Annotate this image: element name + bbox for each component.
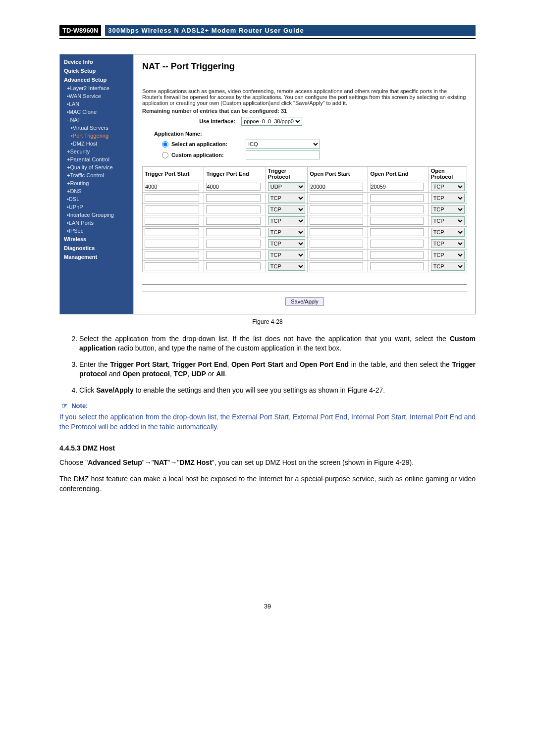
page-number: 39 bbox=[59, 603, 476, 610]
open-protocol-select[interactable]: TCP bbox=[431, 205, 465, 214]
sidebar: Device Info Quick Setup Advanced Setup +… bbox=[60, 54, 134, 314]
open-port-end-input[interactable] bbox=[370, 262, 424, 270]
open-port-start-input[interactable] bbox=[310, 217, 363, 225]
custom-application-radio[interactable] bbox=[162, 152, 168, 158]
trigger-port-start-input[interactable] bbox=[145, 240, 199, 248]
open-port-start-input[interactable] bbox=[310, 228, 363, 236]
sidebar-nat[interactable]: −NAT bbox=[64, 116, 129, 124]
sidebar-dmz[interactable]: •DMZ Host bbox=[64, 140, 129, 148]
trigger-protocol-select[interactable]: UDP bbox=[268, 182, 305, 191]
note-text: If you select the application from the d… bbox=[59, 412, 476, 432]
doc-title: 300Mbps Wireless N ADSL2+ Modem Router U… bbox=[105, 25, 476, 36]
model-label: TD-W8960N bbox=[59, 25, 101, 36]
sidebar-device-info[interactable]: Device Info bbox=[64, 57, 129, 66]
open-protocol-select[interactable]: TCP bbox=[431, 251, 465, 259]
open-port-end-input[interactable] bbox=[370, 228, 424, 236]
open-protocol-select[interactable]: TCP bbox=[431, 228, 465, 237]
sidebar-quick-setup[interactable]: Quick Setup bbox=[64, 66, 129, 75]
open-port-end-input[interactable] bbox=[370, 251, 424, 259]
sidebar-ig[interactable]: •Interface Grouping bbox=[64, 211, 129, 219]
doc-header: TD-W8960N 300Mbps Wireless N ADSL2+ Mode… bbox=[59, 25, 476, 39]
trigger-protocol-select[interactable]: TCP bbox=[268, 251, 305, 259]
application-select[interactable]: ICQ bbox=[246, 140, 320, 149]
open-port-start-input[interactable] bbox=[310, 251, 363, 259]
open-port-start-input[interactable] bbox=[310, 183, 363, 191]
open-protocol-select[interactable]: TCP bbox=[431, 216, 465, 225]
sidebar-rt[interactable]: +Routing bbox=[64, 179, 129, 187]
sidebar-upnp[interactable]: •UPnP bbox=[64, 203, 129, 211]
pointing-hand-icon: ☞ bbox=[61, 402, 68, 409]
open-protocol-select[interactable]: TCP bbox=[431, 239, 465, 248]
note-label: ☞ Note: bbox=[61, 402, 476, 409]
open-port-start-input[interactable] bbox=[310, 205, 363, 213]
sidebar-tc[interactable]: +Traffic Control bbox=[64, 171, 129, 179]
remaining-count: Remaining number of entries that can be … bbox=[142, 108, 467, 114]
trigger-protocol-select[interactable]: TCP bbox=[268, 239, 305, 248]
trigger-protocol-select[interactable]: TCP bbox=[268, 216, 305, 225]
application-name-label: Application Name: bbox=[154, 131, 467, 137]
sidebar-pt[interactable]: •Port Triggering bbox=[64, 132, 129, 140]
sidebar-diagnostics[interactable]: Diagnostics bbox=[64, 244, 129, 252]
sidebar-dsl[interactable]: •DSL bbox=[64, 195, 129, 203]
trigger-port-end-input[interactable] bbox=[206, 217, 261, 225]
trigger-port-start-input[interactable] bbox=[145, 262, 199, 270]
select-application-radio[interactable] bbox=[162, 141, 168, 148]
trigger-port-start-input[interactable] bbox=[145, 194, 199, 202]
open-port-start-input[interactable] bbox=[310, 194, 363, 202]
col-header: Open Port End bbox=[368, 167, 428, 181]
open-port-end-input[interactable] bbox=[370, 240, 424, 248]
open-protocol-select[interactable]: TCP bbox=[431, 182, 465, 191]
sidebar-dns[interactable]: +DNS bbox=[64, 187, 129, 195]
open-port-end-input[interactable] bbox=[370, 194, 424, 202]
trigger-port-end-input[interactable] bbox=[206, 251, 261, 259]
step-4: Click Save/Apply to enable the settings … bbox=[79, 386, 476, 395]
sidebar-wireless[interactable]: Wireless bbox=[64, 235, 129, 244]
step-3: Enter the Trigger Port Start, Trigger Po… bbox=[79, 360, 476, 379]
open-port-end-input[interactable] bbox=[370, 217, 424, 225]
section-p1: Choose "Advanced Setup"→"NAT"→"DMZ Host"… bbox=[59, 458, 476, 468]
sidebar-lan[interactable]: •LAN bbox=[64, 100, 129, 108]
open-port-end-input[interactable] bbox=[370, 183, 424, 191]
open-port-start-input[interactable] bbox=[310, 240, 363, 248]
open-port-end-input[interactable] bbox=[370, 205, 424, 213]
sidebar-mac[interactable]: •MAC Clone bbox=[64, 108, 129, 116]
save-apply-button[interactable]: Save/Apply bbox=[285, 297, 324, 306]
custom-application-input[interactable] bbox=[246, 151, 320, 159]
sidebar-ips[interactable]: •IPSec bbox=[64, 227, 129, 235]
open-protocol-select[interactable]: TCP bbox=[431, 262, 465, 271]
page-title: NAT -- Port Triggering bbox=[142, 61, 467, 76]
sidebar-advanced-setup[interactable]: Advanced Setup bbox=[64, 75, 129, 84]
sidebar-pc[interactable]: +Parental Control bbox=[64, 155, 129, 163]
trigger-port-start-input[interactable] bbox=[145, 183, 199, 191]
step-2: Select the application from the drop-dow… bbox=[79, 334, 476, 353]
trigger-port-start-input[interactable] bbox=[145, 217, 199, 225]
col-header: Trigger Port End bbox=[204, 167, 266, 181]
router-screenshot: Device Info Quick Setup Advanced Setup +… bbox=[59, 54, 476, 314]
description-text: Some applications such as games, video c… bbox=[142, 88, 467, 106]
open-protocol-select[interactable]: TCP bbox=[431, 194, 465, 202]
trigger-port-start-input[interactable] bbox=[145, 228, 199, 236]
trigger-port-start-input[interactable] bbox=[145, 205, 199, 213]
trigger-port-end-input[interactable] bbox=[206, 183, 261, 191]
trigger-port-end-input[interactable] bbox=[206, 262, 261, 270]
sidebar-lp[interactable]: •LAN Ports bbox=[64, 219, 129, 227]
section-heading: 4.4.5.3 DMZ Host bbox=[59, 444, 476, 452]
sidebar-sec[interactable]: +Security bbox=[64, 148, 129, 155]
sidebar-layer2[interactable]: +Layer2 Interface bbox=[64, 84, 129, 92]
trigger-port-end-input[interactable] bbox=[206, 205, 261, 213]
sidebar-wan[interactable]: •WAN Service bbox=[64, 92, 129, 100]
trigger-protocol-select[interactable]: TCP bbox=[268, 205, 305, 214]
sidebar-qos[interactable]: +Quality of Service bbox=[64, 163, 129, 171]
trigger-port-end-input[interactable] bbox=[206, 194, 261, 202]
use-interface-select[interactable]: pppoe_0_0_38/ppp0 bbox=[241, 117, 302, 126]
open-port-start-input[interactable] bbox=[310, 262, 363, 270]
trigger-port-end-input[interactable] bbox=[206, 228, 261, 236]
sidebar-management[interactable]: Management bbox=[64, 252, 129, 261]
steps-list: Select the application from the drop-dow… bbox=[79, 334, 476, 395]
trigger-protocol-select[interactable]: TCP bbox=[268, 228, 305, 237]
trigger-port-start-input[interactable] bbox=[145, 251, 199, 259]
trigger-protocol-select[interactable]: TCP bbox=[268, 194, 305, 202]
trigger-port-end-input[interactable] bbox=[206, 240, 261, 248]
sidebar-vs[interactable]: •Virtual Servers bbox=[64, 124, 129, 132]
trigger-protocol-select[interactable]: TCP bbox=[268, 262, 305, 271]
